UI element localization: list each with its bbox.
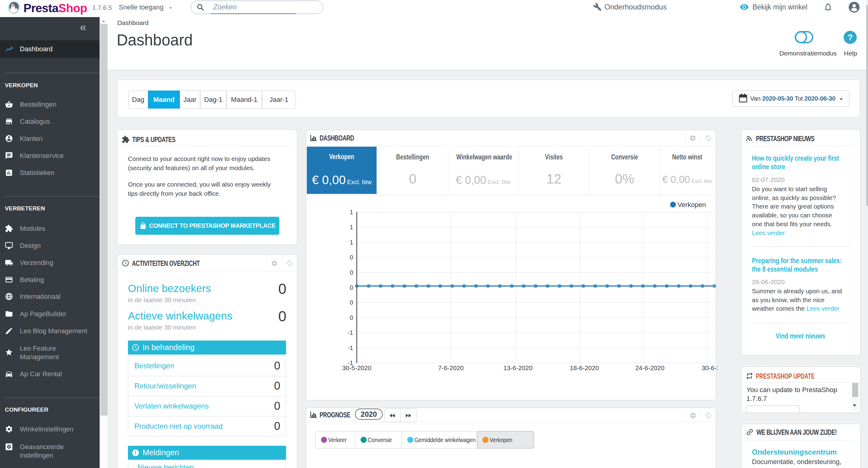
svg-text:18-6-2020: 18-6-2020 [570,364,599,371]
svg-text:1: 1 [350,209,353,215]
svg-text:13-6-2020: 13-6-2020 [503,364,533,371]
svg-text:0: 0 [350,314,353,321]
svg-text:?: ? [847,33,853,42]
svg-text:0: 0 [350,284,353,291]
svg-text:0: 0 [350,254,353,261]
svg-text:24-6-2020: 24-6-2020 [635,364,664,371]
svg-text:30-6-202: 30-6-202 [702,364,717,371]
svg-text:1: 1 [350,239,353,246]
svg-text:-1: -1 [348,329,353,336]
svg-text:0: 0 [350,269,353,276]
svg-text:0: 0 [350,299,353,306]
svg-text:30-5-2020: 30-5-2020 [342,364,371,371]
svg-text:1: 1 [350,224,353,231]
svg-text:-1: -1 [348,345,353,351]
svg-text:7-6-2020: 7-6-2020 [438,364,464,371]
